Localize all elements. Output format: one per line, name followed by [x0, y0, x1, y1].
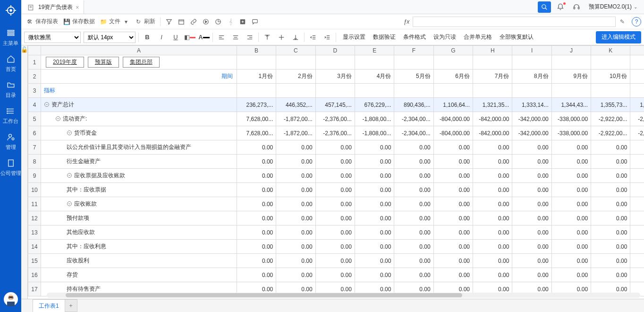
value-cell[interactable]: 0.00	[433, 169, 473, 183]
value-cell[interactable]: 0.00	[473, 169, 512, 183]
row-header[interactable]: 10	[28, 183, 41, 197]
value-cell[interactable]: -2,304,00...	[394, 126, 433, 140]
row-header[interactable]: 16	[28, 268, 41, 282]
value-cell[interactable]: 457,145,...	[315, 98, 355, 112]
value-cell[interactable]: 0.00	[551, 268, 591, 282]
value-cell[interactable]: 0.00	[315, 268, 355, 282]
cell[interactable]	[394, 55, 433, 69]
indicator-cell[interactable]: 衍生金融资产	[41, 155, 237, 169]
value-cell[interactable]: 0.00	[630, 254, 644, 268]
col-header[interactable]: B	[237, 46, 276, 55]
value-cell[interactable]: 0.00	[473, 197, 512, 211]
value-cell[interactable]: 0.00	[433, 197, 473, 211]
cell[interactable]	[591, 84, 630, 98]
value-cell[interactable]: 0.00	[512, 140, 551, 155]
value-cell[interactable]: 0.00	[433, 155, 473, 169]
value-cell[interactable]: 0.00	[237, 169, 276, 183]
indicator-cell[interactable]: 应收票据及应收账款	[41, 169, 237, 183]
sidebar-item-catalog[interactable]: 目录	[0, 77, 21, 103]
row-header[interactable]: 2	[28, 69, 41, 84]
cell[interactable]	[394, 84, 433, 98]
sidebar-item-mainmenu[interactable]: 主菜单	[0, 25, 21, 51]
month-header[interactable]: 4月份	[355, 69, 394, 84]
value-cell[interactable]: -1,872,00...	[276, 126, 315, 140]
value-cell[interactable]: 1,355,73...	[591, 98, 630, 112]
cell[interactable]	[551, 55, 591, 69]
corner-cell[interactable]	[28, 46, 41, 55]
value-cell[interactable]: 1,367,02...	[630, 98, 644, 112]
col-header[interactable]: C	[276, 46, 315, 55]
value-cell[interactable]: 0.00	[394, 254, 433, 268]
month-header[interactable]: 3月份	[315, 69, 355, 84]
value-cell[interactable]: 0.00	[512, 268, 551, 282]
value-cell[interactable]: 0.00	[355, 183, 394, 197]
value-cell[interactable]: 0.00	[473, 254, 512, 268]
value-cell[interactable]: 1,321,35...	[473, 98, 512, 112]
value-cell[interactable]: 0.00	[473, 155, 512, 169]
value-cell[interactable]: -342,000.00	[512, 112, 551, 126]
expand-icon[interactable]	[44, 102, 51, 108]
row-header[interactable]: 13	[28, 225, 41, 240]
cell[interactable]	[315, 55, 355, 69]
value-cell[interactable]: 0.00	[355, 169, 394, 183]
value-cell[interactable]: 676,229,...	[355, 98, 394, 112]
formula-input[interactable]	[413, 17, 616, 27]
value-cell[interactable]: 0.00	[355, 211, 394, 225]
col-header[interactable]: H	[473, 46, 512, 55]
value-cell[interactable]: 0.00	[512, 211, 551, 225]
value-cell[interactable]: 0.00	[512, 240, 551, 254]
value-cell[interactable]: 0.00	[473, 183, 512, 197]
value-cell[interactable]: 0.00	[315, 155, 355, 169]
indicator-label[interactable]: 指标	[41, 84, 237, 98]
month-header[interactable]: 8月份	[512, 69, 551, 84]
calendar-button[interactable]	[176, 18, 187, 26]
valign-middle-button[interactable]	[276, 32, 287, 43]
filter-cell[interactable]: 2019年度预算版集团总部	[41, 55, 237, 69]
value-cell[interactable]: 0.00	[591, 197, 630, 211]
value-cell[interactable]: 0.00	[276, 169, 315, 183]
cell[interactable]	[591, 55, 630, 69]
value-cell[interactable]: 0.00	[394, 268, 433, 282]
cell[interactable]	[315, 84, 355, 98]
value-cell[interactable]: 0.00	[237, 211, 276, 225]
value-cell[interactable]: 0.00	[394, 140, 433, 155]
month-header[interactable]: 7月份	[473, 69, 512, 84]
month-header[interactable]: 11月份	[630, 69, 644, 84]
value-cell[interactable]: 0.00	[276, 225, 315, 240]
value-cell[interactable]: 446,352,...	[276, 98, 315, 112]
value-cell[interactable]: 0.00	[315, 169, 355, 183]
sidebar-item-home[interactable]: 首页	[0, 51, 21, 77]
notifications-button[interactable]	[554, 1, 567, 13]
enter-edit-mode-button[interactable]: 进入编辑模式	[596, 31, 641, 43]
value-cell[interactable]: 0.00	[394, 169, 433, 183]
expand-icon[interactable]	[67, 173, 73, 179]
value-cell[interactable]: 0.00	[433, 240, 473, 254]
value-cell[interactable]: -2,926,00...	[630, 112, 644, 126]
cell[interactable]	[433, 55, 473, 69]
value-cell[interactable]: 0.00	[512, 197, 551, 211]
filter-pill-org[interactable]: 集团总部	[123, 57, 160, 68]
value-cell[interactable]: 0.00	[355, 254, 394, 268]
value-cell[interactable]: 0.00	[355, 225, 394, 240]
piechart-button[interactable]	[212, 18, 224, 26]
value-cell[interactable]: 0.00	[237, 254, 276, 268]
row-header[interactable]: 11	[28, 197, 41, 211]
value-cell[interactable]: -342,000.00	[512, 126, 551, 140]
align-left-button[interactable]	[216, 32, 227, 43]
italic-button[interactable]: I	[156, 32, 167, 43]
unlink-button[interactable]: 𝄞	[225, 18, 236, 26]
value-cell[interactable]: 0.00	[433, 211, 473, 225]
support-button[interactable]	[570, 1, 583, 13]
sidebar-item-manage[interactable]: 管理	[0, 129, 21, 155]
format-action-5[interactable]: 全部恢复默认	[496, 32, 537, 43]
indicator-cell[interactable]: 预付款项	[41, 211, 237, 225]
col-header[interactable]: I	[512, 46, 551, 55]
outdent-button[interactable]	[307, 32, 319, 43]
value-cell[interactable]: 7,628,00...	[237, 112, 276, 126]
row-header[interactable]: 1	[28, 55, 41, 69]
indicator-cell[interactable]: 应收股利	[41, 254, 237, 268]
spreadsheet-grid[interactable]: ABCDEFGHIJKL 12019年度预算版集团总部2期间1月份2月份3月份4…	[28, 45, 644, 299]
value-cell[interactable]: 0.00	[473, 140, 512, 155]
value-cell[interactable]: 0.00	[276, 211, 315, 225]
value-cell[interactable]: 0.00	[276, 268, 315, 282]
